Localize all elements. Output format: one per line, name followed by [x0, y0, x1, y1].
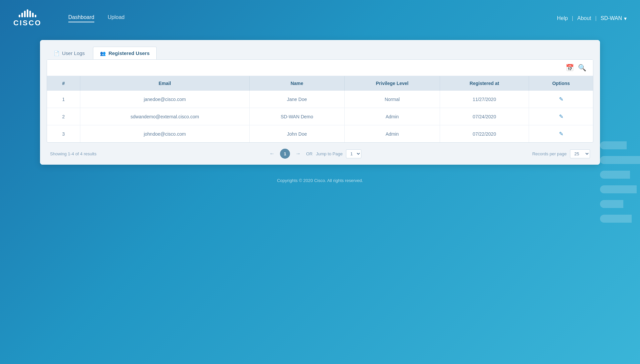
records-per-page-label: Records per page — [532, 151, 567, 156]
col-registered: Registered at — [440, 76, 529, 91]
user-logs-icon: 📄 — [54, 51, 59, 56]
col-name: Name — [249, 76, 344, 91]
deco-bar-1 — [600, 141, 627, 149]
edit-icon[interactable]: ✎ — [559, 96, 563, 102]
copyright-text: Copyrights © 2020 Cisco. All rights rese… — [277, 178, 363, 183]
current-page[interactable]: 1 — [280, 149, 290, 159]
table-row: 2 sdwandemo@external.cisco.com SD-WAN De… — [47, 108, 593, 125]
table-header-row: # Email Name Privilege Level Registered … — [47, 76, 593, 91]
edit-icon[interactable]: ✎ — [559, 131, 563, 137]
cell-id: 1 — [47, 91, 80, 108]
search-icon[interactable]: 🔍 — [578, 64, 586, 72]
cell-registered: 07/24/2020 — [440, 108, 529, 125]
col-email: Email — [80, 76, 249, 91]
table-row: 1 janedoe@cisco.com Jane Doe Normal 11/2… — [47, 91, 593, 108]
records-per-page-select[interactable]: 25 50 100 — [570, 149, 590, 158]
cell-name: John Doe — [249, 125, 344, 143]
deco-bar-3 — [600, 171, 630, 179]
cell-email: janedoe@cisco.com — [80, 91, 249, 108]
tab-user-logs-label: User Logs — [62, 50, 85, 56]
nav-links: Dashboard Upload — [68, 14, 557, 22]
sdwan-dropdown[interactable]: SD-WAN ▾ — [601, 15, 627, 22]
sdwan-label: SD-WAN — [601, 15, 622, 21]
pagination-bar: Showing 1-4 of 4 results ← 1 → OR Jump t… — [40, 143, 600, 165]
cisco-bars-icon — [19, 9, 36, 17]
registered-users-icon: 👥 — [100, 51, 106, 56]
nav-upload[interactable]: Upload — [108, 14, 125, 22]
nav-help[interactable]: Help — [557, 15, 568, 21]
nav-dashboard[interactable]: Dashboard — [68, 14, 94, 22]
tab-registered-users-label: Registered Users — [108, 50, 149, 56]
navbar: CISCO Dashboard Upload Help | About | SD… — [0, 0, 640, 37]
cisco-logo: CISCO — [13, 9, 42, 27]
chevron-down-icon: ▾ — [624, 15, 627, 22]
deco-bar-6 — [600, 215, 632, 223]
bar1 — [19, 15, 20, 17]
bar5 — [29, 11, 31, 17]
jump-to-page-label: Jump to Page — [316, 151, 343, 156]
tabs-bar: 📄 User Logs 👥 Registered Users — [40, 40, 600, 59]
bar2 — [21, 13, 23, 17]
sep-1: | — [572, 15, 573, 21]
cell-email: sdwandemo@external.cisco.com — [80, 108, 249, 125]
edit-icon[interactable]: ✎ — [559, 114, 563, 119]
table-container: 📅 🔍 # Email Name Privilege Level Registe… — [47, 59, 593, 143]
col-privilege: Privilege Level — [344, 76, 440, 91]
bar3 — [24, 11, 26, 17]
next-page-button[interactable]: → — [293, 149, 303, 158]
cell-registered: 07/22/2020 — [440, 125, 529, 143]
cell-name: Jane Doe — [249, 91, 344, 108]
pagination-info: Showing 1-4 of 4 results — [50, 151, 96, 156]
pagination-controls: ← 1 → OR Jump to Page 1 — [267, 149, 361, 159]
footer: Copyrights © 2020 Cisco. All rights rese… — [0, 171, 640, 190]
cell-registered: 11/27/2020 — [440, 91, 529, 108]
tab-registered-users[interactable]: 👥 Registered Users — [93, 47, 156, 59]
col-number: # — [47, 76, 80, 91]
bar4 — [27, 9, 28, 17]
toolbar: 📅 🔍 — [47, 60, 593, 76]
cell-name: SD-WAN Demo — [249, 108, 344, 125]
cisco-brand-text: CISCO — [13, 19, 42, 27]
bar7 — [35, 15, 36, 17]
cell-privilege: Admin — [344, 108, 440, 125]
cell-options: ✎ — [529, 125, 593, 143]
records-per-page: Records per page 25 50 100 — [532, 149, 590, 158]
deco-bar-4 — [600, 185, 637, 193]
sep-2: | — [595, 15, 597, 21]
prev-page-button[interactable]: ← — [267, 149, 277, 158]
cell-id: 3 — [47, 125, 80, 143]
or-text: OR — [306, 151, 313, 156]
deco-bar-5 — [600, 200, 623, 208]
calendar-icon[interactable]: 📅 — [566, 64, 574, 72]
nav-right: Help | About | SD-WAN ▾ — [557, 15, 627, 22]
cell-email: johndoe@cisco.com — [80, 125, 249, 143]
main-container: 📄 User Logs 👥 Registered Users 📅 🔍 # Ema… — [40, 40, 600, 165]
users-table: # Email Name Privilege Level Registered … — [47, 76, 593, 142]
tab-user-logs[interactable]: 📄 User Logs — [47, 47, 92, 59]
nav-about[interactable]: About — [577, 15, 591, 21]
table-row: 3 johndoe@cisco.com John Doe Admin 07/22… — [47, 125, 593, 143]
cell-privilege: Normal — [344, 91, 440, 108]
bar6 — [32, 13, 34, 17]
cell-options: ✎ — [529, 91, 593, 108]
cell-privilege: Admin — [344, 125, 440, 143]
cell-options: ✎ — [529, 108, 593, 125]
page-select[interactable]: 1 — [346, 149, 361, 158]
decorative-sidebar — [600, 141, 640, 223]
deco-bar-2 — [600, 156, 640, 164]
col-options: Options — [529, 76, 593, 91]
cell-id: 2 — [47, 108, 80, 125]
